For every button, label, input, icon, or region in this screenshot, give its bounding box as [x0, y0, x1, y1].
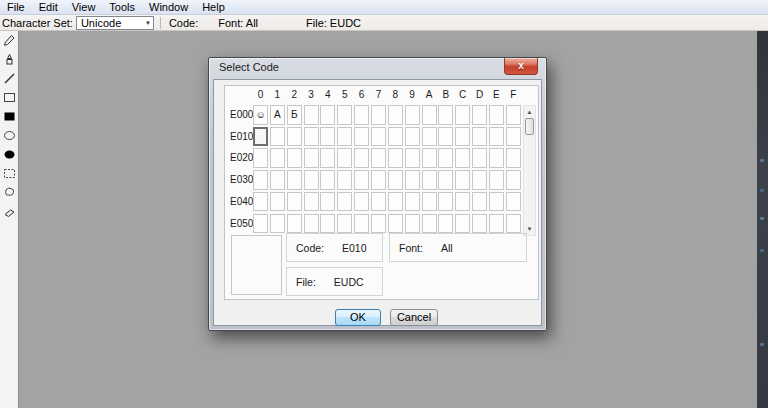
glyph-cell-E050-D[interactable] — [472, 214, 487, 234]
glyph-cell-E000-1[interactable]: A — [270, 105, 285, 125]
glyph-cell-E030-A[interactable] — [422, 170, 437, 190]
character-set-dropdown[interactable]: Unicode ▼ — [76, 16, 154, 30]
glyph-cell-E050-5[interactable] — [337, 214, 352, 234]
glyph-cell-E010-D[interactable] — [472, 127, 487, 147]
menu-item-window[interactable]: Window — [142, 0, 195, 15]
scrollbar-thumb[interactable] — [525, 118, 534, 135]
glyph-cell-E000-A[interactable] — [422, 105, 437, 125]
glyph-cell-E050-E[interactable] — [489, 214, 504, 234]
glyph-cell-E010-3[interactable] — [304, 127, 319, 147]
glyph-cell-E040-3[interactable] — [304, 192, 319, 212]
glyph-cell-E040-8[interactable] — [388, 192, 403, 212]
glyph-cell-E030-4[interactable] — [320, 170, 335, 190]
glyph-cell-E040-F[interactable] — [506, 192, 521, 212]
menu-item-help[interactable]: Help — [195, 0, 232, 15]
eraser-tool-icon[interactable] — [0, 202, 19, 221]
glyph-cell-E010-0[interactable] — [253, 127, 268, 147]
glyph-cell-E020-D[interactable] — [472, 148, 487, 168]
glyph-cell-E040-2[interactable] — [287, 192, 302, 212]
glyph-cell-E010-4[interactable] — [320, 127, 335, 147]
filled-ellipse-tool-icon[interactable] — [0, 145, 19, 164]
glyph-cell-E040-9[interactable] — [405, 192, 420, 212]
glyph-cell-E000-3[interactable] — [304, 105, 319, 125]
glyph-cell-E000-2[interactable]: Ƃ — [287, 105, 302, 125]
glyph-cell-E040-5[interactable] — [337, 192, 352, 212]
brush-tool-icon[interactable] — [0, 50, 19, 69]
glyph-cell-E020-6[interactable] — [354, 148, 369, 168]
menu-item-file[interactable]: File — [0, 0, 32, 15]
glyph-cell-E050-9[interactable] — [405, 214, 420, 234]
glyph-cell-E010-2[interactable] — [287, 127, 302, 147]
glyph-cell-E040-E[interactable] — [489, 192, 504, 212]
glyph-cell-E050-8[interactable] — [388, 214, 403, 234]
glyph-cell-E050-3[interactable] — [304, 214, 319, 234]
cancel-button[interactable]: Cancel — [390, 309, 438, 326]
glyph-cell-E050-1[interactable] — [270, 214, 285, 234]
glyph-cell-E040-0[interactable] — [253, 192, 268, 212]
glyph-cell-E010-9[interactable] — [405, 127, 420, 147]
menu-item-view[interactable]: View — [65, 0, 103, 15]
glyph-cell-E010-E[interactable] — [489, 127, 504, 147]
glyph-cell-E020-9[interactable] — [405, 148, 420, 168]
glyph-cell-E000-D[interactable] — [472, 105, 487, 125]
glyph-cell-E000-0[interactable]: ☺ — [253, 105, 268, 125]
glyph-cell-E050-C[interactable] — [455, 214, 470, 234]
grid-scrollbar[interactable]: ▲ ▼ — [523, 105, 536, 236]
glyph-cell-E020-1[interactable] — [270, 148, 285, 168]
glyph-cell-E020-8[interactable] — [388, 148, 403, 168]
glyph-cell-E000-6[interactable] — [354, 105, 369, 125]
glyph-cell-E010-6[interactable] — [354, 127, 369, 147]
glyph-cell-E040-A[interactable] — [422, 192, 437, 212]
hollow-ellipse-tool-icon[interactable] — [0, 126, 19, 145]
glyph-cell-E050-4[interactable] — [320, 214, 335, 234]
glyph-cell-E000-4[interactable] — [320, 105, 335, 125]
glyph-cell-E020-C[interactable] — [455, 148, 470, 168]
glyph-cell-E030-F[interactable] — [506, 170, 521, 190]
line-tool-icon[interactable] — [0, 69, 19, 88]
glyph-cell-E020-E[interactable] — [489, 148, 504, 168]
glyph-cell-E020-0[interactable] — [253, 148, 268, 168]
glyph-cell-E050-2[interactable] — [287, 214, 302, 234]
glyph-cell-E030-8[interactable] — [388, 170, 403, 190]
glyph-cell-E010-7[interactable] — [371, 127, 386, 147]
glyph-cell-E040-7[interactable] — [371, 192, 386, 212]
glyph-cell-E010-C[interactable] — [455, 127, 470, 147]
scroll-up-icon[interactable]: ▲ — [524, 107, 535, 117]
glyph-cell-E030-C[interactable] — [455, 170, 470, 190]
glyph-cell-E030-0[interactable] — [253, 170, 268, 190]
glyph-cell-E020-B[interactable] — [438, 148, 453, 168]
glyph-cell-E010-5[interactable] — [337, 127, 352, 147]
glyph-cell-E010-1[interactable] — [270, 127, 285, 147]
glyph-cell-E030-5[interactable] — [337, 170, 352, 190]
pencil-tool-icon[interactable] — [0, 31, 19, 50]
glyph-cell-E020-4[interactable] — [320, 148, 335, 168]
glyph-cell-E050-A[interactable] — [422, 214, 437, 234]
glyph-cell-E000-9[interactable] — [405, 105, 420, 125]
glyph-cell-E000-5[interactable] — [337, 105, 352, 125]
close-icon[interactable]: x — [504, 58, 538, 75]
glyph-cell-E050-7[interactable] — [371, 214, 386, 234]
glyph-cell-E030-1[interactable] — [270, 170, 285, 190]
glyph-cell-E050-B[interactable] — [438, 214, 453, 234]
glyph-cell-E000-8[interactable] — [388, 105, 403, 125]
glyph-cell-E000-E[interactable] — [489, 105, 504, 125]
glyph-cell-E050-F[interactable] — [506, 214, 521, 234]
glyph-cell-E020-A[interactable] — [422, 148, 437, 168]
glyph-cell-E020-2[interactable] — [287, 148, 302, 168]
glyph-cell-E010-8[interactable] — [388, 127, 403, 147]
glyph-cell-E030-3[interactable] — [304, 170, 319, 190]
glyph-cell-E010-A[interactable] — [422, 127, 437, 147]
glyph-cell-E000-F[interactable] — [506, 105, 521, 125]
glyph-cell-E030-9[interactable] — [405, 170, 420, 190]
menu-item-tools[interactable]: Tools — [102, 0, 142, 15]
glyph-cell-E040-B[interactable] — [438, 192, 453, 212]
glyph-cell-E030-6[interactable] — [354, 170, 369, 190]
hollow-rectangle-tool-icon[interactable] — [0, 88, 19, 107]
glyph-cell-E020-7[interactable] — [371, 148, 386, 168]
glyph-cell-E040-C[interactable] — [455, 192, 470, 212]
glyph-cell-E050-0[interactable] — [253, 214, 268, 234]
rectangular-selection-tool-icon[interactable] — [0, 164, 19, 183]
glyph-cell-E040-4[interactable] — [320, 192, 335, 212]
menu-item-edit[interactable]: Edit — [32, 0, 65, 15]
glyph-cell-E000-7[interactable] — [371, 105, 386, 125]
